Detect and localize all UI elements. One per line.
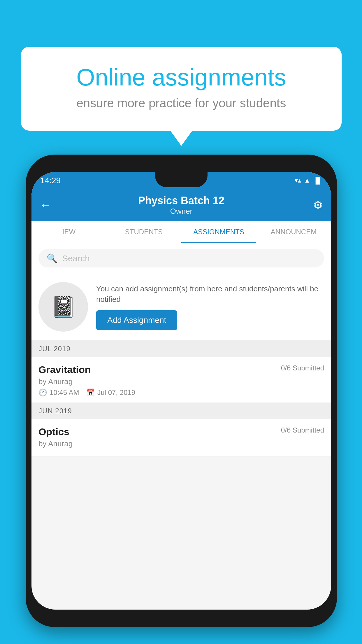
section-header-jun: JUN 2019 — [31, 403, 331, 419]
tabs: IEW STUDENTS ASSIGNMENTS ANNOUNCEM — [31, 221, 331, 243]
tab-iew-label: IEW — [62, 228, 75, 236]
settings-button[interactable]: ⚙ — [305, 199, 323, 211]
assignment-meta-gravitation: 🕐 10:45 AM 📅 Jul 07, 2019 — [38, 388, 324, 397]
notebook-icon: 📓 — [51, 295, 76, 319]
assignment-author-optics: by Anurag — [38, 439, 324, 448]
phone-screen: 14:29 ▾▴ ▲ ▐▌ ← Physics Batch 12 Owner ⚙ — [31, 172, 331, 610]
assignment-top-optics: Optics 0/6 Submitted — [38, 426, 324, 438]
assignment-time-gravitation: 10:45 AM — [50, 388, 79, 397]
assignment-item-optics[interactable]: Optics 0/6 Submitted by Anurag — [31, 419, 331, 457]
search-icon: 🔍 — [47, 253, 57, 263]
phone-notch — [155, 172, 208, 187]
bubble-subtitle: ensure more practice for your students — [44, 96, 318, 110]
app-bar-title: Physics Batch 12 — [57, 195, 305, 207]
tab-assignments-label: ASSIGNMENTS — [193, 228, 244, 236]
clock-icon: 🕐 — [38, 388, 47, 397]
assignment-top: Gravitation 0/6 Submitted — [38, 364, 324, 375]
tab-announcements-label: ANNOUNCEM — [271, 228, 317, 236]
section-header-jul-label: JUL 2019 — [38, 345, 71, 353]
meta-time-gravitation: 🕐 10:45 AM — [38, 388, 79, 397]
calendar-icon: 📅 — [86, 388, 95, 397]
phone-frame: 14:29 ▾▴ ▲ ▐▌ ← Physics Batch 12 Owner ⚙ — [26, 155, 337, 627]
tab-students-label: STUDENTS — [125, 228, 163, 236]
tab-iew[interactable]: IEW — [31, 221, 106, 243]
tab-announcements[interactable]: ANNOUNCEM — [256, 221, 331, 243]
assignment-submitted-optics: 0/6 Submitted — [281, 426, 324, 434]
assignment-submitted-gravitation: 0/6 Submitted — [281, 364, 324, 372]
empty-state: 📓 You can add assignment(s) from here an… — [31, 273, 331, 341]
back-button[interactable]: ← — [40, 199, 57, 212]
bubble-title: Online assignments — [44, 64, 318, 90]
tab-students[interactable]: STUDENTS — [106, 221, 181, 243]
status-time: 14:29 — [40, 176, 61, 185]
section-header-jul: JUL 2019 — [31, 341, 331, 357]
search-placeholder: Search — [62, 253, 90, 263]
assignment-date-gravitation: Jul 07, 2019 — [97, 388, 135, 397]
speech-bubble: Online assignments ensure more practice … — [21, 47, 342, 131]
assignment-name-optics: Optics — [38, 426, 69, 438]
empty-text-group: You can add assignment(s) from here and … — [96, 284, 324, 330]
content-area: 🔍 Search 📓 You can add assignment(s) fro… — [31, 243, 331, 457]
tab-assignments[interactable]: ASSIGNMENTS — [181, 221, 256, 243]
assignment-author-gravitation: by Anurag — [38, 377, 324, 386]
status-icons: ▾▴ ▲ ▐▌ — [295, 177, 322, 184]
app-bar-title-group: Physics Batch 12 Owner — [57, 195, 305, 216]
assignment-item-gravitation[interactable]: Gravitation 0/6 Submitted by Anurag 🕐 10… — [31, 357, 331, 403]
wifi-icon: ▾▴ — [295, 177, 301, 184]
assignment-name-gravitation: Gravitation — [38, 364, 91, 375]
app-bar-subtitle: Owner — [57, 207, 305, 216]
speech-bubble-container: Online assignments ensure more practice … — [21, 47, 342, 131]
search-bar[interactable]: 🔍 Search — [38, 249, 324, 267]
signal-icon: ▲ — [304, 177, 310, 184]
add-assignment-button[interactable]: Add Assignment — [96, 310, 177, 330]
battery-icon: ▐▌ — [313, 177, 322, 184]
meta-date-gravitation: 📅 Jul 07, 2019 — [86, 388, 135, 397]
empty-icon-circle: 📓 — [38, 282, 88, 332]
app-bar: ← Physics Batch 12 Owner ⚙ — [31, 189, 331, 221]
section-header-jun-label: JUN 2019 — [38, 407, 72, 415]
empty-description: You can add assignment(s) from here and … — [96, 284, 324, 305]
screen-content: ← Physics Batch 12 Owner ⚙ IEW STUDENTS … — [31, 189, 331, 610]
